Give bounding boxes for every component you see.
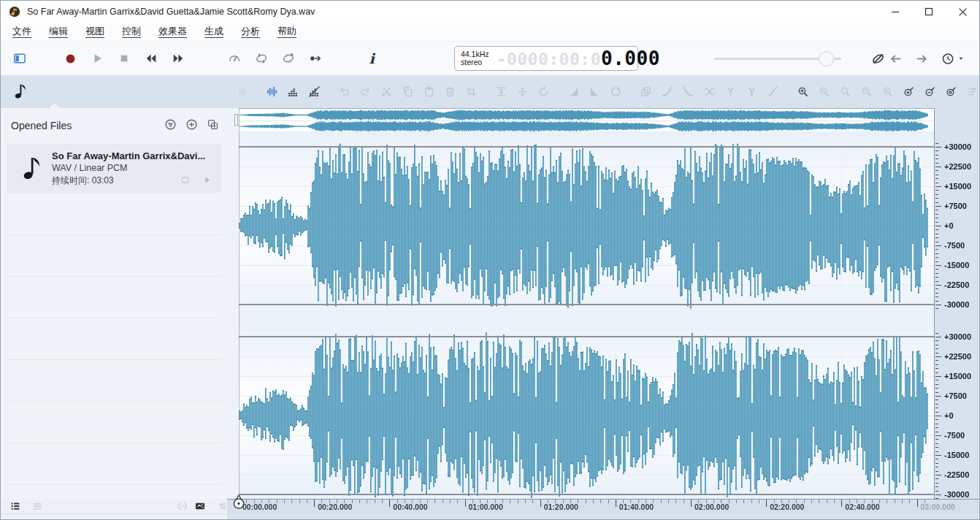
curve-down-icon[interactable] (682, 85, 694, 98)
maximize-button[interactable] (912, 1, 946, 23)
amplitude-label: +15000 (944, 182, 971, 191)
waveform-channel-right[interactable] (239, 320, 934, 499)
menu-item-3[interactable]: 视图 (85, 26, 104, 38)
revert-icon[interactable] (537, 85, 550, 98)
list-row-separator (7, 401, 221, 402)
fade-out-icon[interactable] (589, 85, 601, 98)
play-small-icon[interactable] (198, 171, 215, 188)
loop-record-icon[interactable] (280, 50, 297, 67)
play-icon[interactable] (88, 50, 106, 67)
spectral-view-off-icon[interactable] (308, 85, 321, 98)
time-digits: -0000:00:00.000 (497, 47, 660, 69)
nav-forward-icon[interactable] (913, 50, 930, 67)
amplitude-label: +22500 (944, 352, 971, 361)
playhead-pin[interactable] (232, 494, 245, 511)
stop-icon[interactable] (115, 50, 133, 67)
list-detail-icon[interactable] (9, 500, 21, 512)
delete-icon[interactable] (444, 85, 456, 98)
file-list-item[interactable]: So Far Away-Martin Garrix&Davi... WAV / … (7, 144, 221, 193)
list-row-separator (7, 276, 221, 277)
menu-item-7[interactable]: 分析 (241, 26, 260, 38)
group-collapse-icon[interactable] (177, 500, 188, 512)
add-icon[interactable] (185, 118, 199, 131)
zoom-previous-icon[interactable] (881, 85, 894, 98)
vzoom-in-icon[interactable] (903, 85, 915, 98)
audio-file-tab[interactable] (10, 82, 29, 104)
levels-icon[interactable] (966, 85, 979, 98)
time-label: 00:00.000 (242, 502, 277, 511)
gain-knob-icon[interactable] (610, 85, 622, 98)
trim-icon[interactable] (465, 85, 478, 98)
zoom-in-icon[interactable] (797, 85, 809, 98)
sidebar-toggle-icon[interactable] (11, 50, 28, 67)
loop-small-icon[interactable] (176, 171, 194, 188)
menu-item-6[interactable]: 生成 (204, 26, 223, 38)
amplitude-label: +15000 (944, 372, 971, 381)
merge-icon[interactable] (746, 85, 758, 98)
title-bar: So Far Away-Martin Garrix&David Guetta&J… (1, 1, 979, 23)
time-label: 01:40.000 (619, 502, 654, 511)
menu-item-4[interactable]: 控制 (122, 26, 141, 38)
menu-item-2[interactable]: 编辑 (49, 26, 68, 38)
vzoom-out-icon[interactable] (924, 85, 936, 98)
menu-item-8[interactable]: 帮助 (277, 26, 296, 38)
mixer-badge-icon[interactable] (194, 500, 206, 512)
time-display[interactable]: 44.1kHz stereo -0000:00:00.000 (454, 46, 638, 71)
playback-speed-icon[interactable] (226, 50, 243, 67)
time-label: 02:40.000 (845, 502, 879, 511)
fade-in-icon[interactable] (567, 85, 580, 98)
tools-toolbar (1, 75, 979, 108)
app-icon (8, 5, 21, 18)
filter-icon[interactable] (164, 118, 177, 131)
list-row-separator (7, 234, 221, 235)
history-icon[interactable] (939, 50, 957, 67)
amplitude-label: -15000 (944, 261, 969, 269)
overlap-icon[interactable] (640, 85, 652, 98)
amplitude-label: +0 (944, 411, 954, 420)
record-follow-icon[interactable] (307, 50, 324, 67)
rewind-icon[interactable] (142, 50, 160, 67)
split-icon[interactable] (516, 85, 529, 98)
redo-icon[interactable] (359, 85, 372, 98)
list-row-separator (7, 318, 221, 318)
minimize-button[interactable] (878, 1, 912, 23)
fit-vertical-icon[interactable] (495, 85, 508, 98)
fork-icon[interactable] (724, 85, 737, 98)
crossfade-icon[interactable] (703, 85, 716, 98)
add-group-icon[interactable] (206, 118, 220, 131)
vzoom-reset-icon[interactable] (945, 85, 957, 98)
amplitude-label: -22500 (944, 470, 969, 479)
list-compact-icon[interactable] (31, 500, 43, 512)
record-icon[interactable] (61, 50, 79, 67)
list-row-separator (7, 359, 221, 360)
menu-item-1[interactable]: 文件 (12, 26, 31, 38)
amplitude-scale[interactable]: +30000+22500+15000+7500+0-7500-15000-225… (934, 108, 980, 499)
nav-back-icon[interactable] (887, 50, 904, 67)
spectral-view-icon[interactable] (287, 85, 299, 98)
minimap-viewport-handle[interactable] (234, 114, 238, 126)
menu-item-5[interactable]: 效果器 (158, 26, 187, 38)
handle-icon[interactable] (236, 85, 248, 98)
paste-icon[interactable] (423, 85, 435, 98)
curve-up-icon[interactable] (661, 85, 673, 98)
wave-view-icon[interactable] (266, 85, 278, 98)
volume-thumb[interactable] (819, 51, 834, 66)
cut-icon[interactable] (380, 85, 393, 98)
loop-icon[interactable] (253, 50, 270, 67)
waveform-channel-left[interactable] (239, 131, 934, 320)
info-icon[interactable]: i (363, 50, 380, 67)
monitor-icon[interactable] (869, 50, 887, 67)
overview-minimap[interactable] (239, 108, 934, 133)
fast-forward-icon[interactable] (169, 50, 187, 67)
time-ruler[interactable]: 00:00.00000:20.00000:40.00001:00.00001:2… (227, 499, 980, 513)
zoom-selection-icon[interactable] (839, 85, 851, 98)
zoom-original-icon[interactable] (860, 85, 873, 98)
undo-icon[interactable] (338, 85, 351, 98)
s-curve-icon[interactable] (767, 85, 779, 98)
time-label: 00:20.000 (318, 502, 352, 511)
volume-slider[interactable] (714, 49, 841, 68)
copy-icon[interactable] (402, 85, 414, 98)
close-button[interactable] (946, 1, 979, 23)
zoom-out-icon[interactable] (818, 85, 830, 98)
file-format: WAV / Linear PCM (52, 163, 128, 173)
